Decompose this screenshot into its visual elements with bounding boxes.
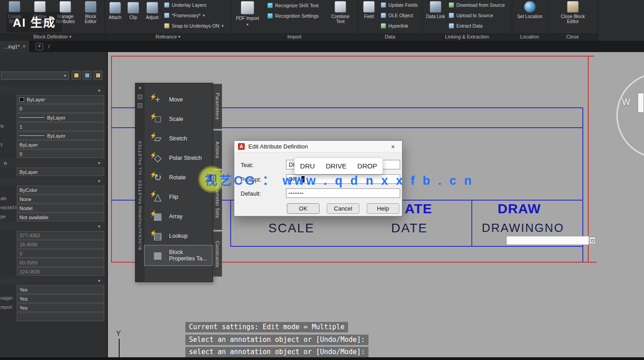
new-tab-button[interactable]: + xyxy=(36,43,43,50)
panel-label-linking[interactable]: Linking & Extraction xyxy=(422,33,512,41)
property-row[interactable]: 124.0835 xyxy=(0,267,106,276)
property-row[interactable] xyxy=(0,312,106,322)
palette-tab-actions[interactable]: Actions xyxy=(213,130,222,169)
property-value: 0 xyxy=(19,251,22,256)
palette-item-polar-stretch[interactable]: ◇⚡Polar Stretch xyxy=(145,148,212,168)
navigation-bar[interactable] xyxy=(638,93,644,113)
quick-select-button[interactable] xyxy=(93,71,102,80)
property-row[interactable]: peNot available xyxy=(0,213,106,222)
palette-item-flip[interactable]: △⚡Flip xyxy=(145,187,212,206)
pdf-import-button[interactable]: PDF Import ▾ xyxy=(235,1,260,27)
property-row[interactable]: aleNone xyxy=(0,195,106,204)
palette-tab-constraints[interactable]: Constraints xyxy=(213,231,222,277)
panel-label-import[interactable]: Import xyxy=(231,33,358,41)
chevron-down-icon[interactable]: ▾ xyxy=(98,179,100,183)
help-button[interactable]: Help xyxy=(367,203,399,214)
frames-dropdown[interactable]: *Framesvary* ▾ xyxy=(164,13,205,18)
set-location-button[interactable]: Set Location xyxy=(516,1,543,19)
property-row[interactable]: Yes xyxy=(0,285,106,294)
close-block-editor-button[interactable]: Close Block Editor xyxy=(557,1,589,24)
palette-item-scale[interactable]: □⚡Scale xyxy=(145,109,212,129)
palette-item-lookup[interactable]: ▤⚡Lookup xyxy=(145,226,212,245)
property-row[interactable]: ByLayer xyxy=(0,168,106,177)
palette-item-block-properties-table[interactable]: ▦Block Properties Ta... xyxy=(145,245,212,265)
block-editor-button[interactable]: Block Editor xyxy=(79,1,102,24)
properties-object-selector[interactable]: ▾ xyxy=(1,72,69,80)
snap-underlays-toggle[interactable]: Snap to Underlays ON ▾ xyxy=(164,23,224,29)
hyperlink-button[interactable]: Hyperlink xyxy=(381,23,408,29)
recognition-settings-button[interactable]: Recognition Settings xyxy=(267,13,319,19)
upload-source-button[interactable]: Upload to Source xyxy=(449,13,493,18)
download-source-button[interactable]: Download from Source xyxy=(449,2,505,8)
property-row[interactable]: ByLayer xyxy=(0,131,106,140)
select-objects-button[interactable] xyxy=(82,71,92,80)
underlay-layers-icon xyxy=(164,2,169,8)
cancel-button[interactable]: Cancel xyxy=(327,203,359,214)
property-row[interactable]: le1 xyxy=(0,122,106,131)
palette-tab-parameters[interactable]: Parameters xyxy=(213,84,222,129)
field-button[interactable]: Field xyxy=(361,1,377,19)
close-tab-icon[interactable]: × xyxy=(23,44,25,49)
panel-label-block-definition[interactable]: Block Definition ▾ xyxy=(0,33,105,41)
lightning-icon: ⚡ xyxy=(150,93,157,100)
property-row[interactable]: 60.0559 xyxy=(0,258,106,267)
suggestion-item[interactable]: DROP xyxy=(358,162,377,170)
palette-item-array[interactable]: ▦⚡Array xyxy=(145,206,212,226)
property-row[interactable]: 377.4362 xyxy=(0,231,106,240)
property-row[interactable]: yByLayer xyxy=(0,140,106,149)
property-row[interactable]: mportYes xyxy=(0,303,106,312)
palette-properties-icon[interactable] xyxy=(138,103,142,108)
underlay-layers-button[interactable]: Underlay Layers xyxy=(164,2,206,8)
chevron-down-icon[interactable]: ▾ xyxy=(98,224,100,229)
update-fields-button[interactable]: Update Fields xyxy=(381,2,418,8)
palette-item-stretch[interactable]: ▱⚡Stretch xyxy=(145,129,212,148)
panel-label-close[interactable]: Close xyxy=(547,33,598,41)
chevron-down-icon[interactable]: ▾ xyxy=(98,278,100,283)
recognize-shx-button[interactable]: Recognize SHX Text xyxy=(267,3,319,8)
dialog-title-bar[interactable]: A Edit Attribute Definition × xyxy=(234,141,402,153)
panel-label-reference[interactable]: Refeance ▾ xyxy=(105,33,231,41)
drawingno-input-button[interactable] xyxy=(589,237,596,244)
data-link-button[interactable]: Data Link xyxy=(425,1,446,19)
property-row[interactable]: ByLayer xyxy=(0,95,106,104)
combine-text-button[interactable]: Combine Text xyxy=(327,1,353,24)
ole-object-button[interactable]: OLE Object xyxy=(381,13,413,18)
dialog-close-icon[interactable]: × xyxy=(387,143,398,150)
suggestion-item[interactable]: DRU xyxy=(300,162,315,170)
property-row[interactable]: 18.4596 xyxy=(0,240,106,249)
chevron-down-icon: ▾ xyxy=(178,33,180,41)
palette-item-label: Array xyxy=(169,213,183,220)
button-label: Data Link xyxy=(426,14,445,19)
property-section[interactable]: ▾ xyxy=(0,276,106,285)
property-section[interactable]: ▾ xyxy=(0,177,106,186)
toggle-pickadd-button[interactable] xyxy=(72,71,81,80)
drawingno-input[interactable] xyxy=(506,236,589,245)
extract-data-button[interactable]: Extract Data xyxy=(449,23,483,29)
palette-item-move[interactable]: +⚡Move xyxy=(145,90,212,109)
ok-button[interactable]: OK xyxy=(287,203,320,214)
navigation-wheel[interactable] xyxy=(616,72,644,158)
drawing-file-tab[interactable]: ...ing1* × xyxy=(0,41,30,52)
property-section[interactable]: n▾ xyxy=(0,158,106,168)
chevron-down-icon[interactable]: ▾ xyxy=(98,161,100,165)
property-section[interactable]: ▾ xyxy=(0,86,106,95)
property-row[interactable]: ByColor xyxy=(0,186,106,195)
palette-autohide-icon[interactable] xyxy=(138,95,142,99)
property-row[interactable]: 0 xyxy=(0,149,106,158)
property-row[interactable]: 0 xyxy=(0,249,106,258)
property-row[interactable]: 0 xyxy=(0,104,106,113)
property-section[interactable]: ▾ xyxy=(0,222,106,231)
chevron-down-icon[interactable]: ▾ xyxy=(98,88,100,93)
chevron-down-icon: ▾ xyxy=(69,33,72,41)
panel-label-location[interactable]: Location xyxy=(512,33,547,41)
suggestion-item[interactable]: DRIVE xyxy=(326,162,347,170)
clip-button[interactable]: Clip xyxy=(125,2,141,20)
property-row[interactable]: naiginYes xyxy=(0,294,106,303)
property-row[interactable]: ByLayer xyxy=(0,113,106,122)
default-input[interactable]: •••••••• xyxy=(286,188,400,198)
panel-label-data[interactable]: Data xyxy=(358,33,422,41)
adjust-button[interactable]: Adjust xyxy=(143,2,161,20)
property-row[interactable]: eacled toNodel xyxy=(0,204,106,213)
attach-button[interactable]: Attach xyxy=(107,2,123,20)
palette-close-icon[interactable]: × xyxy=(139,85,141,91)
